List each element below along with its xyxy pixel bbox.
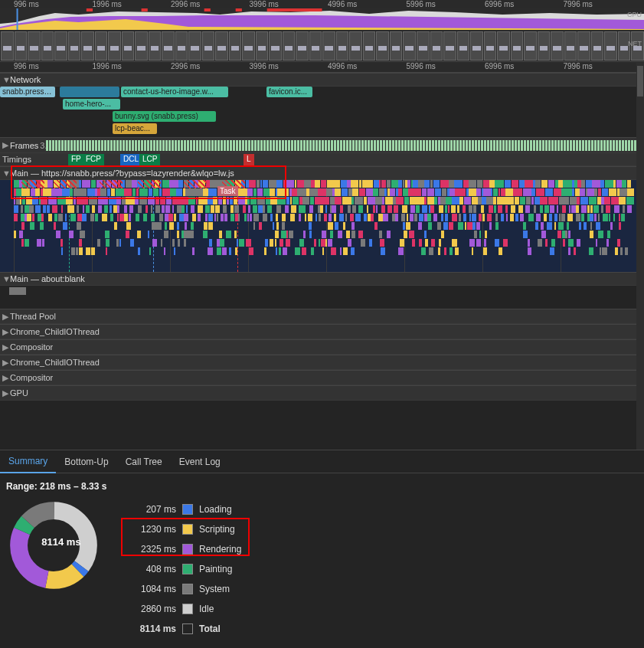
flame-bar[interactable] <box>503 239 508 247</box>
flame-bar[interactable] <box>393 197 395 205</box>
flame-bar[interactable] <box>213 197 217 205</box>
flame-bar[interactable] <box>98 197 101 205</box>
network-frame-thumb[interactable] <box>28 31 41 61</box>
network-frame-thumb[interactable] <box>470 31 483 61</box>
flame-bar[interactable] <box>192 247 195 255</box>
main-track[interactable]: ▼ Main — https://snabb.press/?bypass=laz… <box>0 166 644 272</box>
flame-bar[interactable] <box>433 180 440 188</box>
network-frame-thumb[interactable] <box>564 31 577 61</box>
flame-bar[interactable] <box>248 205 250 213</box>
overview-network-row[interactable] <box>0 30 644 62</box>
network-frame-thumb[interactable] <box>68 31 81 61</box>
flame-bar[interactable] <box>561 188 567 196</box>
flame-bar[interactable] <box>589 197 597 205</box>
flame-bar[interactable] <box>520 214 524 221</box>
flame-bar[interactable] <box>159 188 162 196</box>
network-track[interactable]: ▼ Network snabb.press/ (...contact-us-he… <box>0 73 644 137</box>
flame-bar[interactable] <box>41 188 43 196</box>
flame-bar[interactable] <box>330 197 335 205</box>
flame-bar[interactable] <box>82 214 87 221</box>
flame-bar[interactable] <box>371 214 374 221</box>
flame-bar[interactable] <box>463 180 469 188</box>
flame-bar[interactable] <box>95 214 98 221</box>
flame-bar[interactable] <box>25 239 28 247</box>
network-frame-thumb[interactable] <box>497 31 510 61</box>
flame-bar[interactable] <box>41 214 44 221</box>
flame-bar[interactable] <box>273 222 274 230</box>
flame-bar[interactable] <box>74 197 76 205</box>
flame-bar[interactable] <box>469 188 476 196</box>
flame-bar[interactable] <box>286 239 289 247</box>
flame-bar[interactable] <box>132 180 137 188</box>
flame-bar[interactable] <box>188 197 195 205</box>
flame-bar[interactable] <box>550 205 554 213</box>
flame-bar[interactable] <box>172 205 175 213</box>
flame-bar[interactable] <box>106 239 110 247</box>
flame-bar[interactable] <box>413 180 417 188</box>
flame-bar[interactable] <box>596 222 600 230</box>
flame-bar[interactable] <box>487 214 492 221</box>
flame-bar[interactable] <box>124 214 128 221</box>
flame-bar[interactable] <box>424 231 427 238</box>
flame-bar[interactable] <box>234 231 237 238</box>
flame-bar[interactable] <box>165 214 168 221</box>
flame-bar[interactable] <box>483 188 490 196</box>
flame-bar[interactable] <box>431 239 436 247</box>
flame-bar[interactable] <box>568 231 570 238</box>
flame-bar[interactable] <box>74 188 82 196</box>
network-frame-thumb[interactable] <box>283 31 296 61</box>
flame-bar[interactable] <box>86 247 90 255</box>
flame-bar[interactable] <box>211 205 214 213</box>
network-frame-thumb[interactable] <box>256 31 269 61</box>
flame-bar[interactable] <box>132 188 136 196</box>
flame-bar[interactable] <box>286 180 294 188</box>
flame-bar[interactable] <box>424 197 427 205</box>
flame-bar[interactable] <box>208 197 213 205</box>
flame-bar[interactable] <box>299 239 304 247</box>
flame-bar[interactable] <box>412 239 415 247</box>
flame-bar[interactable] <box>204 222 208 230</box>
network-frame-thumb[interactable] <box>296 31 309 61</box>
flame-bar[interactable] <box>452 214 457 221</box>
flame-bar[interactable] <box>30 222 34 230</box>
flame-bar[interactable] <box>338 231 342 238</box>
flame-bar[interactable] <box>427 188 435 196</box>
flame-bar[interactable] <box>14 214 18 221</box>
flame-bar[interactable] <box>442 188 447 196</box>
flame-bar[interactable] <box>589 247 593 255</box>
flame-bar[interactable] <box>335 222 339 230</box>
flame-bar[interactable] <box>534 197 540 205</box>
flame-bar[interactable] <box>321 180 326 188</box>
flame-bar[interactable] <box>66 197 73 205</box>
flame-bar[interactable] <box>230 197 234 205</box>
main-track-header[interactable]: ▼ Main — https://snabb.press/?bypass=laz… <box>0 167 644 180</box>
flame-bar[interactable] <box>77 197 82 205</box>
flame-bar[interactable] <box>466 197 471 205</box>
flame-bar[interactable] <box>376 205 378 213</box>
flame-bar[interactable] <box>106 247 107 255</box>
flame-bar[interactable] <box>346 231 349 238</box>
flame-bar[interactable] <box>403 188 408 196</box>
flame-bar[interactable] <box>381 205 386 213</box>
flame-bar[interactable] <box>286 197 289 205</box>
flame-bar[interactable] <box>179 214 184 221</box>
flame-bar[interactable] <box>176 188 182 196</box>
flame-bar[interactable] <box>541 180 548 188</box>
flame-bar[interactable] <box>400 239 404 247</box>
flame-bar[interactable] <box>437 222 441 230</box>
flame-bar[interactable] <box>574 180 577 188</box>
flame-bar[interactable] <box>607 231 610 238</box>
flame-bar[interactable] <box>446 197 452 205</box>
flame-bar[interactable] <box>331 247 336 255</box>
flame-bar[interactable] <box>418 222 422 230</box>
network-frame-thumb[interactable] <box>322 31 335 61</box>
flame-bar[interactable] <box>481 205 484 213</box>
flame-bar[interactable] <box>570 197 577 205</box>
flame-bar[interactable] <box>598 188 601 196</box>
flame-bar[interactable] <box>429 247 434 255</box>
flame-bar[interactable] <box>151 205 152 213</box>
flame-bar[interactable] <box>198 188 202 196</box>
network-frame-thumb[interactable] <box>215 31 228 61</box>
flame-bar[interactable] <box>433 214 437 221</box>
flame-bar[interactable] <box>335 197 342 205</box>
